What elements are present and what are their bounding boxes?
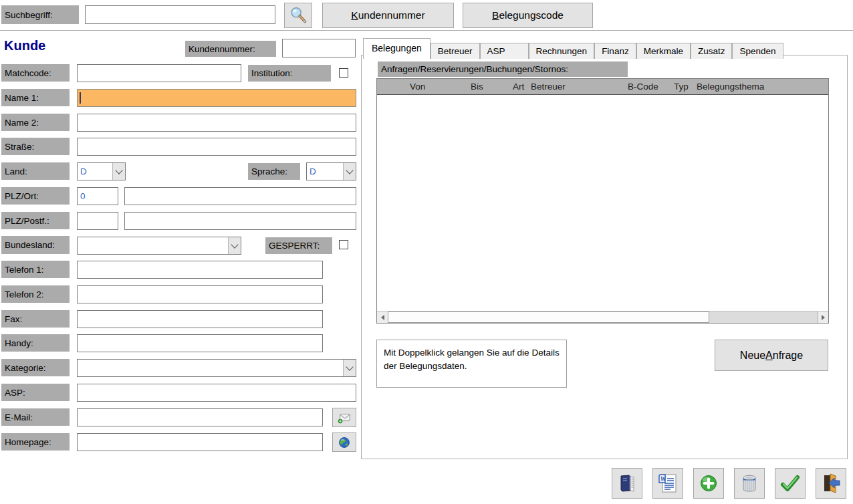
postf-plz-field[interactable] [77, 212, 118, 230]
bundesland-label: Bundesland: [1, 236, 70, 254]
kundennummer-field[interactable] [282, 39, 356, 57]
exit-door-icon [820, 472, 842, 495]
exit-button[interactable] [816, 468, 846, 499]
name2-label: Name 2: [1, 114, 70, 131]
tab-zusatz[interactable]: Zusatz [691, 43, 733, 59]
active-tab-notch [364, 54, 424, 56]
matchcode-label: Matchcode: [1, 64, 70, 82]
land-label: Land: [1, 162, 70, 180]
asp-field[interactable] [77, 384, 356, 402]
bookings-table-body[interactable] [377, 95, 828, 311]
search-button[interactable] [284, 3, 312, 28]
col-bcode[interactable]: B-Code [628, 79, 658, 95]
postfach-field[interactable] [124, 212, 356, 230]
report-book-button[interactable] [612, 468, 642, 499]
word-document-icon: W [656, 472, 679, 495]
chevron-down-icon[interactable] [112, 163, 125, 180]
plz-postf-label: PLZ/Postf.: [1, 212, 70, 229]
tab-spenden[interactable]: Spenden [732, 43, 783, 59]
open-homepage-button[interactable] [332, 432, 356, 452]
tab-merkmale[interactable]: Merkmale [636, 43, 691, 59]
chevron-down-icon[interactable] [343, 360, 356, 376]
chevron-down-icon[interactable] [343, 163, 356, 180]
ort-field[interactable] [124, 187, 356, 205]
kategorie-label: Kategorie: [1, 359, 70, 376]
telefon2-field[interactable] [77, 285, 323, 303]
telefon1-field[interactable] [77, 261, 323, 279]
institution-label: Institution: [248, 65, 331, 82]
scroll-right-arrow[interactable] [818, 311, 828, 323]
sprache-select[interactable]: D [306, 162, 356, 180]
tab-betreuer[interactable]: Betreuer [431, 43, 480, 59]
gesperrt-label: GESPERRT: [265, 237, 332, 254]
homepage-label: Homepage: [1, 433, 70, 451]
svg-text:W: W [660, 475, 667, 483]
chevron-down-icon[interactable] [228, 237, 241, 254]
col-art[interactable]: Art [513, 79, 524, 95]
fax-label: Fax: [1, 310, 70, 328]
email-field[interactable] [77, 408, 323, 426]
plz-field[interactable] [77, 187, 118, 205]
text-caret [80, 92, 81, 104]
gesperrt-checkbox[interactable] [339, 240, 348, 249]
bookings-table[interactable]: Von Bis Art Betreuer B-Code Typ Belegung… [376, 78, 829, 324]
scrollbar-thumb[interactable] [388, 311, 709, 323]
plz-ort-label: PLZ/Ort: [1, 187, 70, 205]
handy-field[interactable] [77, 334, 323, 352]
bundesland-select[interactable] [77, 237, 241, 255]
handy-label: Handy: [1, 334, 70, 352]
telefon2-label: Telefon 2: [1, 285, 70, 303]
col-typ[interactable]: Typ [674, 79, 689, 95]
tab-finanz[interactable]: Finanz [594, 43, 636, 59]
bookings-section-label: Anfragen/Reservierungen/Buchungen/Storno… [378, 61, 628, 77]
add-record-button[interactable] [693, 468, 724, 499]
send-email-button[interactable] [332, 408, 356, 427]
asp-label: ASP: [1, 384, 70, 401]
globe-icon [338, 436, 351, 449]
topbar-divider [0, 30, 853, 31]
check-icon [779, 472, 802, 495]
delete-record-button[interactable] [734, 468, 765, 499]
sprache-label: Sprache: [248, 163, 300, 180]
kundennummer-label: Kundennummer: [185, 41, 276, 57]
kundennummer-search-button[interactable]: Kundennummer [322, 3, 454, 28]
page-title: Kunde [4, 38, 45, 53]
name1-label: Name 1: [1, 89, 70, 106]
belegungscode-search-button[interactable]: Belegungscode [463, 3, 593, 28]
telefon1-label: Telefon 1: [1, 261, 70, 278]
strasse-label: Straße: [1, 138, 70, 155]
homepage-field[interactable] [77, 433, 323, 451]
tab-rechnungen[interactable]: Rechnungen [529, 43, 595, 59]
add-plus-icon [698, 473, 719, 494]
search-input[interactable] [85, 5, 275, 24]
new-request-button[interactable]: Neue Anfrage [715, 340, 828, 371]
book-icon [616, 473, 638, 494]
customer-management-window: Suchbegriff: Kundennummer Belegungscode … [0, 0, 853, 504]
matchcode-field[interactable] [77, 64, 241, 82]
land-select[interactable]: D [77, 162, 126, 180]
tab-bar: Belegungen Betreuer ASP Rechnungen Finan… [363, 38, 783, 59]
col-bis[interactable]: Bis [471, 79, 483, 95]
send-mail-icon [337, 410, 352, 425]
bookings-table-header: Von Bis Art Betreuer B-Code Typ Belegung… [377, 79, 828, 95]
col-von[interactable]: Von [410, 79, 425, 95]
horizontal-scrollbar[interactable] [377, 311, 828, 323]
col-belegungsthema[interactable]: Belegungsthema [697, 79, 764, 95]
fax-field[interactable] [77, 310, 323, 328]
name1-field[interactable] [77, 89, 356, 107]
col-betreuer[interactable]: Betreuer [531, 79, 566, 95]
institution-checkbox[interactable] [339, 68, 348, 78]
tab-asp[interactable]: ASP [480, 43, 529, 59]
strasse-field[interactable] [77, 138, 356, 156]
email-label: E-Mail: [1, 408, 70, 426]
confirm-button[interactable] [775, 468, 806, 499]
kategorie-select[interactable] [77, 359, 356, 377]
sprache-value: D [307, 166, 343, 176]
trash-icon [739, 473, 760, 494]
search-label: Suchbegriff: [1, 5, 79, 24]
scroll-left-arrow[interactable] [377, 311, 388, 323]
magnifier-icon [288, 5, 308, 25]
doubleclick-hint: Mit Doppelklick gelangen Sie auf die Det… [376, 340, 567, 388]
name2-field[interactable] [77, 114, 356, 132]
word-export-button[interactable]: W [652, 468, 683, 499]
